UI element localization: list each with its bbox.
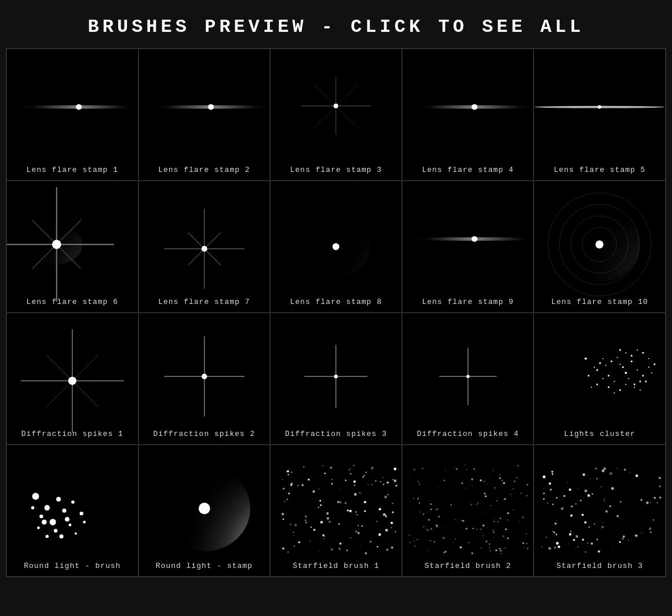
svg-point-225	[339, 501, 341, 503]
starfield-brush-3-label: Starfield brush 3	[554, 557, 645, 576]
svg-point-353	[473, 552, 474, 552]
svg-point-79	[68, 377, 76, 385]
svg-point-179	[32, 493, 39, 500]
lens-flare-stamp-2[interactable]: Lens flare stamp 2	[138, 49, 271, 181]
diffraction-spikes-1[interactable]: Diffraction spikes 1	[6, 313, 138, 445]
lens-flare-stamp-5[interactable]: Lens flare stamp 5	[534, 49, 666, 181]
diffraction-spikes-2[interactable]: Diffraction spikes 2	[138, 313, 271, 445]
svg-point-278	[331, 483, 333, 485]
svg-point-351	[525, 533, 527, 534]
lens-flare-stamp-3[interactable]: Lens flare stamp 3	[270, 49, 402, 181]
svg-point-470	[488, 476, 489, 477]
svg-point-369	[498, 521, 499, 522]
svg-point-259	[289, 468, 290, 469]
svg-point-402	[474, 538, 475, 539]
svg-point-164	[654, 364, 656, 365]
svg-point-474	[507, 512, 509, 514]
svg-point-498	[558, 545, 560, 548]
svg-point-427	[514, 481, 516, 482]
svg-point-300	[346, 549, 348, 551]
diffraction-spikes-3-label: Diffraction spikes 3	[283, 425, 389, 444]
svg-point-250	[282, 479, 283, 480]
starfield-brush-2[interactable]: Starfield brush 2	[402, 445, 534, 577]
lens-flare-stamp-9-label: Lens flare stamp 9	[419, 293, 516, 312]
svg-point-396	[453, 542, 454, 542]
diffraction-spikes-3[interactable]: Diffraction spikes 3	[270, 313, 402, 445]
svg-point-187	[50, 519, 56, 525]
svg-point-253	[305, 515, 307, 518]
svg-point-346	[477, 503, 479, 504]
svg-point-193	[42, 519, 47, 525]
svg-point-455	[430, 528, 432, 530]
svg-point-457	[418, 481, 419, 482]
svg-point-323	[391, 547, 393, 549]
svg-point-275	[372, 467, 374, 468]
svg-point-507	[552, 473, 554, 475]
svg-point-308	[379, 508, 381, 511]
svg-point-485	[502, 480, 503, 481]
svg-point-440	[480, 479, 481, 481]
svg-point-556	[609, 472, 612, 475]
lens-flare-stamp-8-label: Lens flare stamp 8	[288, 293, 384, 312]
svg-point-59	[333, 243, 339, 250]
svg-point-325	[386, 549, 389, 551]
svg-point-243	[349, 470, 350, 471]
svg-point-118	[642, 375, 644, 377]
svg-point-466	[425, 518, 426, 519]
svg-point-393	[495, 519, 496, 520]
svg-point-354	[444, 551, 446, 552]
svg-point-399	[430, 500, 430, 501]
svg-point-405	[496, 500, 498, 501]
svg-point-124	[634, 387, 636, 388]
svg-point-419	[487, 527, 488, 528]
svg-point-203	[79, 512, 83, 515]
svg-point-528	[556, 534, 558, 536]
svg-point-272	[283, 518, 284, 520]
svg-point-447	[468, 542, 469, 544]
svg-point-132	[608, 386, 610, 388]
svg-point-216	[198, 503, 210, 514]
svg-point-258	[311, 526, 312, 528]
lens-flare-stamp-10[interactable]: Lens flare stamp 10	[534, 181, 666, 313]
svg-point-453	[417, 539, 418, 540]
svg-point-330	[382, 477, 383, 478]
lights-cluster[interactable]: Lights cluster	[534, 313, 666, 445]
lens-flare-stamp-4[interactable]: Lens flare stamp 4	[402, 49, 534, 181]
svg-point-547	[604, 467, 607, 470]
svg-point-458	[516, 477, 517, 478]
svg-point-291	[293, 536, 294, 536]
starfield-brush-3[interactable]: Starfield brush 3	[534, 445, 666, 577]
svg-point-122	[640, 380, 641, 382]
svg-point-110	[625, 372, 627, 374]
lens-flare-stamp-7[interactable]: Lens flare stamp 7	[138, 181, 271, 313]
svg-point-530	[569, 533, 571, 536]
round-light-stamp[interactable]: Round light - stamp	[138, 445, 271, 577]
svg-point-350	[465, 476, 466, 477]
svg-point-307	[384, 496, 387, 498]
svg-point-5	[76, 104, 82, 110]
starfield-brush-1[interactable]: Starfield brush 1	[270, 445, 402, 577]
svg-point-181	[45, 505, 50, 510]
svg-point-441	[455, 519, 456, 520]
svg-point-293	[362, 476, 364, 478]
svg-point-130	[614, 393, 615, 394]
lens-flare-stamp-1[interactable]: Lens flare stamp 1	[6, 49, 138, 181]
lens-flare-stamp-8[interactable]: Lens flare stamp 8	[270, 181, 402, 313]
lens-flare-stamp-9[interactable]: Lens flare stamp 9	[402, 181, 534, 313]
round-light-brush[interactable]: Round light - brush	[6, 445, 138, 577]
svg-point-239	[354, 493, 357, 496]
svg-point-241	[320, 521, 323, 524]
svg-point-224	[355, 530, 358, 533]
svg-point-19	[346, 108, 360, 122]
svg-point-340	[493, 537, 494, 537]
svg-point-497	[585, 521, 587, 523]
svg-point-321	[339, 542, 341, 544]
svg-point-500	[624, 469, 626, 471]
svg-point-223	[357, 514, 358, 515]
svg-point-508	[552, 471, 554, 473]
svg-point-299	[290, 484, 292, 486]
diffraction-spikes-4[interactable]: Diffraction spikes 4	[402, 313, 534, 445]
lens-flare-stamp-6[interactable]: Lens flare stamp 6	[6, 181, 138, 313]
svg-point-577	[580, 500, 582, 501]
lens-flare-stamp-6-label: Lens flare stamp 6	[24, 293, 120, 312]
